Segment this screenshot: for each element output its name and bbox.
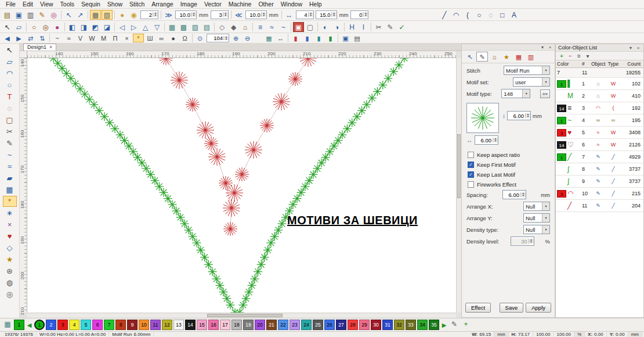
tab-general-icon[interactable]: ↖ (464, 52, 476, 62)
thread-chart-icon[interactable]: ▦ (2, 320, 13, 330)
color-swatch[interactable]: 14 (557, 141, 566, 149)
spinner-icon[interactable]: ▲▼ (223, 12, 228, 17)
zoom-in-icon[interactable]: ⊕ (230, 34, 241, 42)
sequin-mode-icon[interactable]: ◎ (48, 10, 59, 20)
select-object-icon[interactable]: ↖ (2, 22, 13, 32)
pattern-stamp-tool-icon[interactable]: ⊛ (3, 266, 17, 277)
menu-show[interactable]: Show (104, 0, 126, 8)
color-object-row[interactable]: 3♥5≈W3408 (556, 127, 643, 139)
satin-tool-icon[interactable]: ▰ (3, 173, 17, 184)
list-collapse-icon[interactable]: ▾ (584, 52, 592, 60)
thread-green-icon[interactable]: ▮ (325, 34, 336, 42)
palette-color-35[interactable]: 35 (429, 320, 439, 330)
spinner-icon[interactable]: ▲▼ (529, 239, 534, 243)
checkbox-unchecked-icon[interactable] (468, 152, 474, 158)
palette-color-34[interactable]: 34 (417, 320, 428, 330)
cut-icon[interactable]: ✂ (373, 22, 384, 32)
select-tool-icon[interactable]: ↖ (3, 45, 17, 56)
run-length-icon[interactable]: ≫ (163, 10, 174, 20)
tab-stitch-icon[interactable]: ✎ (476, 52, 488, 62)
zoom-out-icon[interactable]: ⊖ (242, 34, 253, 42)
spacing-field[interactable]: ▲▼ (502, 190, 526, 199)
unit-mm-chip[interactable]: mm (628, 332, 642, 337)
border-tool-icon[interactable]: ◇ (3, 242, 17, 253)
fill-pattern-b-icon[interactable]: ▩ (178, 22, 189, 32)
sequin-tool-icon[interactable]: ◍ (3, 277, 17, 288)
angle-field-input[interactable] (351, 12, 363, 18)
apply-button[interactable]: Apply (526, 303, 551, 313)
repeat-spacing-field-input[interactable] (316, 12, 331, 18)
palette-color-14[interactable]: 14 (185, 320, 196, 330)
palette-color-27[interactable]: 27 (336, 320, 346, 330)
contrast-icon[interactable]: ◐ (320, 22, 331, 32)
grid-show-icon[interactable]: ▦ (90, 10, 101, 20)
curve-digitize-icon[interactable]: ( (462, 10, 473, 20)
list-menu-icon[interactable]: ≡ (575, 52, 583, 60)
add-color-icon[interactable]: + (558, 52, 566, 60)
sequin-size-field-input[interactable] (141, 12, 153, 18)
vertical-scrollbar[interactable] (456, 58, 461, 313)
checkbox-row-0[interactable]: Keep aspect ratio (468, 152, 549, 158)
menu-tools[interactable]: Tools (57, 0, 78, 8)
redo-icon[interactable]: ↗ (75, 10, 86, 20)
color-object-row[interactable]: 14♡6≈W2126 (556, 139, 643, 151)
repeat-count-field[interactable]: ▲▼ (296, 10, 314, 19)
menu-edit[interactable]: Edit (19, 0, 37, 8)
menu-sequin[interactable]: Sequin (78, 0, 104, 8)
repeat-spacing-field[interactable]: ▲▼ (316, 10, 337, 19)
palette-color-23[interactable]: 23 (290, 320, 300, 330)
motif-type-select[interactable]: 148 (501, 89, 530, 98)
sequin-color-icon[interactable]: ● (52, 22, 63, 32)
scrollbar-thumb[interactable] (457, 134, 461, 198)
angle-field[interactable]: ▲▼ (350, 10, 368, 19)
last-object-icon[interactable]: ▶ (13, 34, 24, 42)
satin-stitch-icon[interactable]: M (98, 34, 109, 42)
fill-pattern-d-icon[interactable]: ▤ (201, 22, 212, 32)
triple-run-tool-icon[interactable]: ≈ (3, 161, 17, 172)
density-level-input[interactable] (511, 238, 529, 245)
run-count-field-input[interactable] (211, 12, 223, 18)
rotate-left-icon[interactable]: ◁ (117, 22, 128, 32)
overview-window-icon[interactable]: ▦ (263, 34, 274, 42)
palette-color-13[interactable]: 13 (173, 320, 184, 330)
ellipse-tool-icon[interactable]: ◌ (3, 103, 17, 114)
arc-digitize-icon[interactable]: ◠ (450, 10, 461, 20)
column-header-color[interactable]: Color (556, 61, 581, 67)
zigzag-stitch-icon[interactable]: W (86, 34, 97, 42)
chevron-down-icon[interactable] (542, 214, 549, 222)
pick-color-icon[interactable]: ✎ (449, 320, 460, 330)
chevron-down-icon[interactable] (542, 225, 549, 234)
color-object-row[interactable]: M2⌂W410 (556, 90, 643, 102)
applique-tool-icon[interactable]: ♥ (3, 231, 17, 242)
motif-width-input[interactable] (508, 113, 525, 119)
rectangle-digitize-icon[interactable]: □ (497, 10, 508, 20)
palette-color-4[interactable]: 4 (69, 320, 79, 330)
palette-color-30[interactable]: 30 (371, 320, 381, 330)
edit-nodes-icon[interactable]: ✎ (385, 22, 396, 32)
close-icon[interactable] (547, 45, 553, 50)
scrollbar-thumb[interactable] (207, 314, 283, 317)
color-swatch[interactable]: 1 (557, 153, 566, 161)
hoop-icon[interactable]: ⌂ (240, 22, 251, 32)
unit-mm-chip[interactable]: mm (494, 332, 508, 337)
spinner-icon[interactable]: ▲▼ (493, 138, 498, 142)
menu-image[interactable]: Image (177, 0, 201, 8)
spinner-icon[interactable]: ▲▼ (520, 192, 526, 197)
effect-button[interactable]: Effect (465, 303, 491, 313)
line-digitize-icon[interactable]: ╱ (439, 10, 450, 20)
fill-pattern-a-icon[interactable]: ▦ (167, 22, 178, 32)
motif-set-select[interactable]: user (513, 77, 550, 87)
palette-color-1[interactable]: 1 (34, 320, 45, 330)
run-stitch-icon[interactable]: ~ (52, 34, 63, 42)
offset-icon[interactable]: ↔ (284, 10, 295, 20)
close-icon[interactable] (635, 45, 641, 51)
align-left-icon[interactable]: ≡ (255, 22, 266, 32)
palette-color-2[interactable]: 2 (46, 320, 56, 330)
run-count-field[interactable]: ▲▼ (211, 10, 229, 19)
mirror-d1-icon[interactable]: ◩ (90, 22, 101, 32)
print-icon[interactable]: ▥ (25, 10, 36, 20)
color-swatch[interactable]: 3 (557, 190, 566, 198)
palette-color-5[interactable]: 5 (81, 320, 91, 330)
close-icon[interactable] (49, 44, 52, 51)
color-swatch[interactable]: 3 (557, 129, 566, 137)
